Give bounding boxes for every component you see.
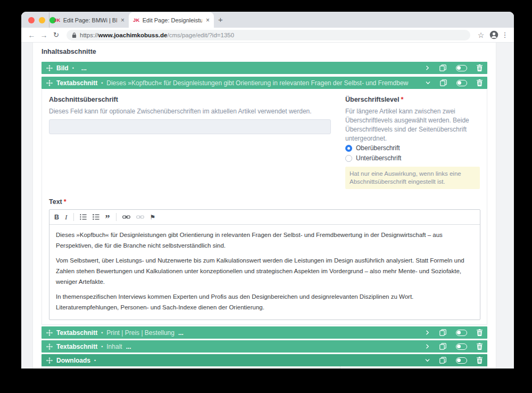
bold-button[interactable]: B [54, 214, 59, 221]
chevron-down-icon[interactable] [426, 80, 430, 85]
separator-dot: • [72, 66, 74, 71]
address-bar[interactable]: https://www.joachimkobuss.de/cms/page/ed… [66, 30, 470, 40]
chevron-down-icon[interactable] [425, 358, 430, 363]
editor-paragraph: Dieses »Kopfbuch« für Designleistungen g… [56, 230, 473, 251]
link-button[interactable] [122, 215, 130, 219]
visibility-toggle[interactable] [456, 357, 467, 364]
unordered-list-button[interactable] [93, 214, 99, 220]
label-text: Text [49, 198, 62, 206]
hint-note: Hat nur eine Auswirkung, wenn links eine… [345, 167, 480, 189]
section-bar-downloads[interactable]: Downloads • [41, 354, 487, 366]
visibility-toggle[interactable] [456, 330, 467, 336]
editor-toolbar: B I ” ⚑ [49, 210, 480, 225]
browser-toolbar: ← → ↻ https://www.joachimkobuss.de/cms/p… [21, 28, 514, 43]
url-path: /cms/page/edit/?id=1350 [167, 32, 234, 38]
move-icon[interactable] [46, 343, 53, 350]
chevron-right-icon[interactable] [425, 66, 430, 70]
editor-paragraph: Erik Spiekermann hat die Grundlagen des … [56, 317, 473, 320]
downloads-expanded-content [41, 366, 487, 369]
page-heading: Inhaltsabschnitte [41, 48, 96, 55]
italic-button[interactable]: I [65, 213, 68, 222]
tab-designleistungen[interactable]: JK Edit Page: Designleistungen • j × [129, 12, 214, 28]
chevron-right-icon[interactable] [425, 344, 430, 349]
duplicate-icon[interactable] [439, 64, 446, 71]
section-type-label: Textabschnitt [56, 329, 97, 337]
separator-dot: • [94, 358, 96, 363]
visibility-toggle[interactable] [456, 65, 467, 71]
field-label-abschnittsueberschrift: Abschnittsüberschrift [49, 96, 118, 103]
separator-dot: • [101, 330, 103, 335]
abschnittsueberschrift-input[interactable] [49, 119, 331, 134]
forward-button[interactable]: → [38, 31, 50, 39]
visibility-toggle[interactable] [456, 80, 467, 86]
delete-icon[interactable] [477, 64, 483, 71]
duplicate-icon[interactable] [439, 357, 446, 364]
blockquote-button[interactable]: ” [105, 213, 110, 221]
chevron-right-icon[interactable] [425, 330, 430, 335]
label-text: Überschriftslevel [345, 96, 399, 103]
tabs: JK Edit Page: BMWi | BKM • joach × JK Ed… [49, 12, 223, 28]
toggle-knob [457, 331, 461, 334]
radio-row-oberueberschrift[interactable]: Oberüberschrift [345, 144, 400, 152]
rich-text-editor[interactable]: B I ” ⚑ Dieses »Kopfbuch« für Designleis… [49, 209, 480, 320]
radio-row-unterueberschrift[interactable]: Unterüberschrift [345, 154, 401, 162]
section-bar-textabschnitt-inhalt[interactable]: Textabschnitt • Inhalt ... [41, 340, 487, 353]
editor-content[interactable]: Dieses »Kopfbuch« für Designleistungen g… [49, 225, 480, 320]
move-icon[interactable] [46, 357, 53, 364]
toggle-knob [457, 345, 461, 348]
move-icon[interactable] [46, 65, 53, 71]
delete-icon[interactable] [477, 79, 483, 86]
site-favicon: JK [133, 17, 140, 23]
move-icon[interactable] [46, 80, 53, 86]
browser-menu-icon[interactable]: ⋮ [500, 31, 510, 39]
section-subtitle: Dieses »Kopfbuch« für Designleistungen g… [106, 79, 409, 87]
visibility-toggle[interactable] [456, 343, 467, 350]
section-bar-textabschnitt-print[interactable]: Textabschnitt • Print | Preis | Bestellu… [41, 326, 487, 339]
section-subtitle: Print | Preis | Bestellung [106, 329, 174, 337]
toolbar-separator [116, 213, 117, 221]
section-bar-textabschnitt-kopfbuch[interactable]: Textabschnitt • Dieses »Kopfbuch« für De… [41, 77, 487, 89]
back-button[interactable]: ← [26, 31, 38, 39]
label-text: Abschnittsüberschrift [49, 96, 118, 103]
ordered-list-button[interactable] [80, 214, 87, 220]
unlink-button[interactable] [136, 215, 144, 219]
field-label-text: Text* [49, 198, 66, 206]
section-type-label: Textabschnitt [56, 343, 97, 350]
anchor-flag-button[interactable]: ⚑ [150, 214, 156, 221]
section-ellipsis: ... [81, 64, 87, 72]
tab-close-icon[interactable]: × [205, 17, 210, 24]
duplicate-icon[interactable] [439, 329, 446, 336]
editor-paragraph: In themenspezifischen Interviews kommen … [56, 291, 473, 313]
reload-button[interactable]: ↻ [50, 31, 62, 39]
bookmark-star-icon[interactable]: ☆ [475, 31, 487, 39]
duplicate-icon[interactable] [440, 79, 447, 86]
delete-icon[interactable] [477, 343, 483, 350]
site-favicon: JK [54, 17, 61, 23]
new-tab-button[interactable]: + [218, 15, 223, 26]
radio-label: Oberüberschrift [356, 144, 400, 152]
window-minimize-button[interactable] [39, 17, 45, 23]
required-asterisk: * [401, 96, 403, 103]
required-asterisk: * [64, 198, 66, 206]
toggle-knob [457, 66, 461, 70]
toolbar-separator [73, 213, 74, 221]
toggle-knob [457, 358, 461, 362]
section-ellipsis: ... [178, 329, 184, 337]
section-bar-bild[interactable]: Bild • ... [41, 62, 487, 74]
duplicate-icon[interactable] [439, 343, 446, 350]
profile-avatar-icon[interactable] [487, 30, 500, 39]
radio-unselected-icon[interactable] [345, 155, 352, 162]
window-close-button[interactable] [28, 17, 35, 23]
tab-close-icon[interactable]: × [120, 17, 124, 24]
textabschnitt-expanded-panel: Abschnittsüberschrift Dieses Feld kann f… [41, 89, 487, 325]
column-divider [340, 366, 340, 369]
move-icon[interactable] [46, 330, 53, 336]
url-host: www.joachimkobuss.de [98, 32, 168, 38]
field-help-text: Dieses Feld kann für optionale Zwischenü… [49, 107, 347, 116]
delete-icon[interactable] [477, 357, 483, 364]
padlock-icon [72, 32, 77, 38]
radio-selected-icon[interactable] [345, 145, 352, 152]
tab-bmwi-bkm[interactable]: JK Edit Page: BMWi | BKM • joach × [49, 12, 129, 28]
delete-icon[interactable] [477, 329, 483, 336]
tab-strip: JK Edit Page: BMWi | BKM • joach × JK Ed… [21, 12, 514, 28]
